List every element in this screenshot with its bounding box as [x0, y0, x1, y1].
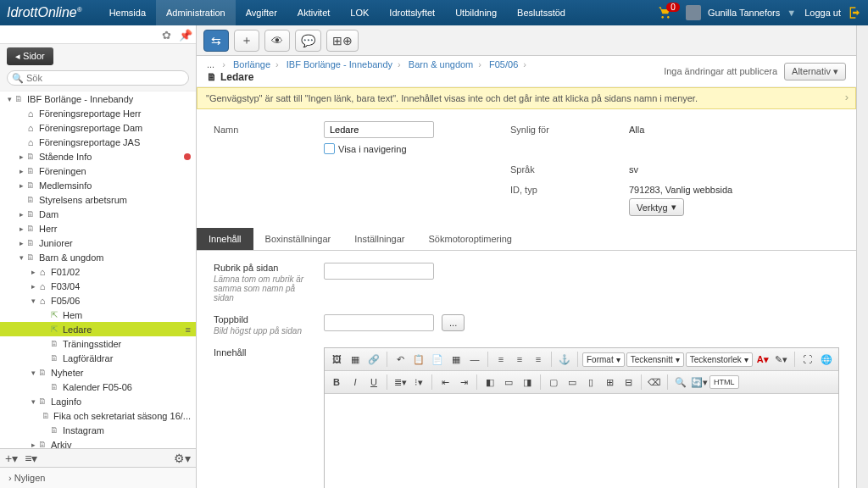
bgcolor-icon[interactable]: ✎▾ — [773, 351, 790, 368]
sidebar-settings-button[interactable]: ⚙▾ — [174, 452, 191, 465]
tree-node[interactable]: ▸Medlemsinfo — [0, 178, 196, 192]
format-dropdown[interactable]: Format ▾ — [582, 352, 625, 367]
tab-boxinstallningar[interactable]: Boxinställningar — [253, 228, 343, 250]
outdent-icon[interactable]: ⇤ — [437, 374, 453, 391]
nav-utbildning[interactable]: Utbildning — [445, 0, 507, 25]
tree-node[interactable]: ▸Stående Info — [0, 149, 196, 164]
banner-close-icon[interactable]: › — [845, 91, 849, 103]
options-button[interactable]: Alternativ ▾ — [784, 63, 846, 80]
help-icon[interactable]: 🌐 — [818, 351, 835, 368]
tree-node[interactable]: ▾IBF Borlänge - Innebandy — [0, 92, 196, 106]
logout-button[interactable]: Logga ut — [804, 6, 861, 19]
pin-icon[interactable]: 📌 — [179, 29, 191, 41]
tree-toggle-button[interactable]: ⇆ — [203, 30, 229, 52]
expand-icon[interactable]: ▾ — [29, 369, 37, 377]
find-icon[interactable]: 🔍 — [672, 374, 689, 391]
new-page-button[interactable]: ＋ — [234, 30, 259, 52]
nav-aktivitet[interactable]: Aktivitet — [287, 0, 341, 25]
undo-icon[interactable]: ↶ — [392, 351, 409, 368]
font-dropdown[interactable]: Teckensnitt ▾ — [626, 352, 684, 367]
ul-icon[interactable]: ⁝▾ — [410, 374, 427, 391]
paste-icon[interactable]: 📋 — [410, 351, 427, 368]
expand-icon[interactable]: ▸ — [29, 268, 37, 276]
float-left-icon[interactable]: ◧ — [481, 374, 498, 391]
replace-icon[interactable]: 🔄▾ — [691, 374, 708, 391]
link-icon[interactable]: 🔗 — [365, 351, 382, 368]
expand-icon[interactable]: ▸ — [29, 282, 37, 291]
textcolor-icon[interactable]: A▾ — [754, 351, 771, 368]
indent-icon[interactable]: ⇥ — [455, 374, 472, 391]
row-icon[interactable]: ▭ — [564, 374, 581, 391]
tools-dropdown[interactable]: Verktyg ▾ — [629, 198, 684, 216]
heading-input[interactable] — [324, 263, 434, 280]
recent-panel[interactable]: › Nyligen — [0, 467, 196, 488]
italic-icon[interactable]: I — [347, 374, 364, 391]
align-center-icon[interactable]: ≡ — [511, 351, 528, 368]
tree-node[interactable]: Kalender F05-06 — [0, 380, 196, 394]
expand-icon[interactable]: ▸ — [29, 441, 37, 449]
comment-button[interactable]: 💬 — [295, 30, 321, 52]
expand-icon[interactable]: ▸ — [17, 239, 25, 247]
nav-lok[interactable]: LOK — [340, 0, 379, 25]
preview-button[interactable]: 👁 — [264, 30, 290, 52]
paste-word-icon[interactable]: 📄 — [429, 351, 446, 368]
nav-idrottslyftet[interactable]: Idrottslyftet — [379, 0, 445, 25]
remove-format-icon[interactable]: ⌫ — [646, 374, 663, 391]
bold-icon[interactable]: B — [328, 374, 345, 391]
tree-node[interactable]: ▸Föreningen — [0, 164, 196, 178]
expand-icon[interactable]: ▸ — [17, 210, 25, 219]
tree-node[interactable]: ▸Dam — [0, 207, 196, 221]
merge-icon[interactable]: ⊞ — [601, 374, 618, 391]
browse-button[interactable]: ... — [442, 314, 465, 331]
table-icon[interactable]: ▦ — [448, 351, 465, 368]
tree-node[interactable]: ▸F03/04 — [0, 279, 196, 293]
tree-node[interactable]: ▾Nyheter — [0, 365, 196, 380]
breadcrumb[interactable]: IBF Borlänge - Innebandy — [287, 59, 392, 69]
show-nav-checkbox[interactable] — [324, 143, 335, 154]
expand-icon[interactable]: ▾ — [29, 397, 37, 406]
nav-administration[interactable]: Administration — [156, 0, 236, 25]
tree-node[interactable]: Träningsstider — [0, 336, 196, 351]
hr-icon[interactable]: — — [466, 351, 483, 368]
tree-node[interactable]: Fika och sekretariat säsong 16/... — [0, 408, 196, 423]
tree-node[interactable]: ▸F01/02 — [0, 264, 196, 279]
search-input[interactable] — [7, 70, 189, 86]
list-view-button[interactable]: ≡▾ — [25, 452, 37, 465]
breadcrumb[interactable]: F05/06 — [489, 59, 518, 69]
breadcrumb[interactable]: Borlänge — [233, 59, 270, 69]
expand-icon[interactable]: ▾ — [5, 95, 14, 103]
tree-node[interactable]: ▾Laginfo — [0, 394, 196, 408]
fontsize-dropdown[interactable]: Teckenstorlek ▾ — [686, 352, 753, 367]
tree-node[interactable]: ▸Arkiv — [0, 437, 196, 448]
float-right-icon[interactable]: ◨ — [519, 374, 536, 391]
split-icon[interactable]: ⊟ — [620, 374, 637, 391]
row-menu-icon[interactable]: ≡ — [186, 324, 191, 335]
cart-button[interactable]: 0 — [658, 6, 673, 19]
tree-node[interactable]: Föreningsreportage JAS — [0, 135, 196, 149]
fullscreen-icon[interactable]: ⛶ — [799, 351, 816, 368]
expand-icon[interactable]: ▸ — [17, 167, 25, 175]
user-menu[interactable]: Gunilla Tannefors ▼ — [686, 5, 796, 20]
tree-node[interactable]: ▾F05/06 — [0, 293, 196, 308]
breadcrumb[interactable]: Barn & ungdom — [409, 59, 473, 69]
tree-node[interactable]: Ledare≡ — [0, 322, 196, 336]
name-input[interactable] — [324, 121, 434, 138]
align-right-icon[interactable]: ≡ — [530, 351, 547, 368]
float-none-icon[interactable]: ▭ — [500, 374, 517, 391]
cell-icon[interactable]: ▢ — [545, 374, 562, 391]
tree-node[interactable]: Styrelsens arbetsrum — [0, 192, 196, 207]
col-icon[interactable]: ▯ — [582, 374, 599, 391]
anchor-icon[interactable]: ⚓ — [556, 351, 573, 368]
tree-node[interactable]: Instagram — [0, 423, 196, 437]
html-button[interactable]: HTML — [709, 375, 739, 389]
expand-icon[interactable]: ▸ — [17, 225, 25, 233]
tree-node[interactable]: Lagföräldrar — [0, 351, 196, 365]
page-tree[interactable]: ▾IBF Borlänge - InnebandyFöreningsreport… — [0, 91, 196, 448]
tree-node[interactable]: Föreningsreportage Dam — [0, 120, 196, 135]
editor-canvas[interactable] — [325, 394, 838, 488]
tab-seo[interactable]: Sökmotoroptimering — [417, 228, 524, 250]
image-icon[interactable]: 🖼 — [328, 351, 345, 368]
nav-hemsida[interactable]: Hemsida — [99, 0, 156, 25]
underline-icon[interactable]: U — [365, 374, 382, 391]
nav-avgifter[interactable]: Avgifter — [236, 0, 287, 25]
